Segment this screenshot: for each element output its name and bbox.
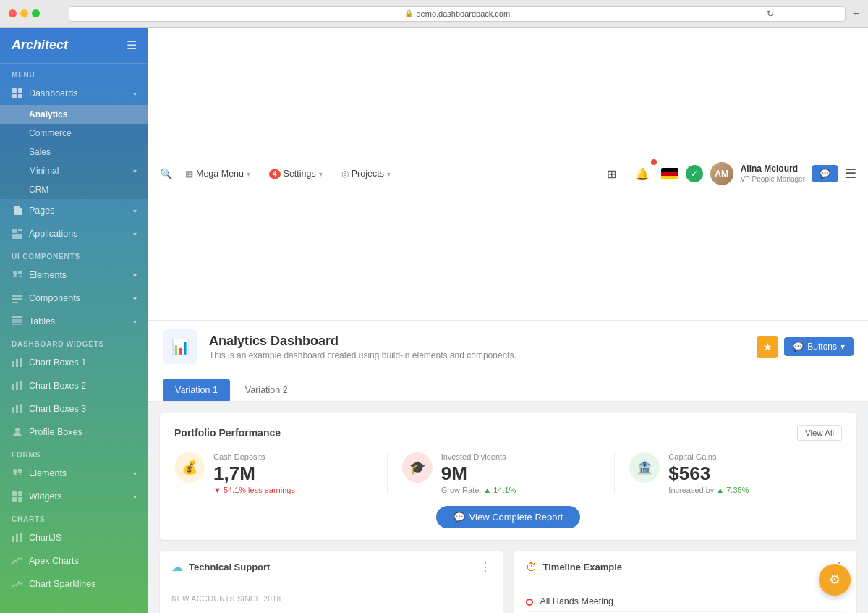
sidebar-item-sales[interactable]: Sales (0, 143, 148, 161)
two-col-widgets: ☁ Technical Support ⋮ NEW ACCOUNTS SINCE… (160, 551, 856, 613)
cash-deposits-label: Cash Deposits (213, 452, 295, 461)
tech-support-body: NEW ACCOUNTS SINCE 2018 ▲ 78 % +14 ‹ (160, 583, 503, 613)
topbar-left: 🔍 ▦ Mega Menu ▾ 4 Settings ▾ ◎ Projects … (160, 166, 592, 182)
topbar-right: ⊞ 🔔 ✓ AM Alina Mclourd VP People Manager (600, 162, 856, 185)
svg-rect-8 (18, 271, 22, 274)
dashboards-label: Dashboards (29, 88, 77, 98)
sidebar-item-minimal[interactable]: Minimal ▾ (0, 161, 148, 180)
mega-menu-label: Mega Menu (196, 169, 244, 179)
pages-label: Pages (29, 206, 54, 216)
widgets-label: Widgets (29, 491, 61, 502)
view-all-button[interactable]: View All (797, 425, 842, 441)
sidebar-hamburger-icon[interactable]: ☰ (127, 38, 137, 52)
sidebar-item-elements[interactable]: Elements ▾ (0, 263, 148, 287)
cash-deposits-info: Cash Deposits 1,7M ▼ 54.1% less earnings (213, 452, 295, 494)
svg-rect-32 (12, 536, 14, 542)
invested-change: Grow Rate: ▲ 14.1% (441, 486, 516, 494)
star-button[interactable]: ★ (757, 336, 778, 358)
top-content: 📊 Analytics Dashboard This is an example… (148, 321, 868, 613)
charts-label: CHARTS (0, 508, 148, 526)
grid-icon-btn[interactable]: ⊞ (600, 162, 624, 185)
sidebar-item-chart-sparklines[interactable]: Chart Sparklines (0, 572, 148, 596)
page-title: Analytics Dashboard (209, 334, 516, 349)
flag-germany[interactable] (661, 168, 678, 179)
svg-rect-6 (12, 234, 22, 239)
sidebar-item-chart-boxes-3[interactable]: Chart Boxes 3 (0, 397, 148, 420)
sidebar-item-chartjs[interactable]: ChartJS (0, 526, 148, 549)
sidebar-item-crm[interactable]: CRM (0, 180, 148, 199)
components-label: Components (29, 293, 80, 303)
floating-gear-button[interactable]: ⚙ (819, 564, 851, 596)
buttons-chevron: ▾ (841, 342, 845, 352)
svg-rect-3 (18, 94, 22, 98)
chart-boxes-2-label: Chart Boxes 2 (29, 381, 86, 391)
sidebar-item-components[interactable]: Components ▾ (0, 287, 148, 310)
down-arrow-icon: ▼ (213, 486, 221, 494)
view-report-button[interactable]: 💬 View Complete Report (436, 506, 581, 528)
widgets-icon (12, 491, 23, 502)
minimize-dot[interactable] (20, 9, 28, 17)
chat-button[interactable]: 💬 (812, 165, 838, 182)
report-icon: 💬 (454, 512, 465, 523)
bell-icon-btn[interactable]: 🔔 (631, 162, 654, 185)
close-dot[interactable] (9, 9, 17, 17)
invested-label: Invested Dividents (441, 452, 516, 461)
tech-support-title: Technical Support (189, 562, 270, 572)
page-header-right: ★ 💬 Buttons ▾ (757, 336, 854, 358)
sidebar-item-analytics[interactable]: Analytics (0, 105, 148, 124)
sidebar-item-pages[interactable]: Pages ▾ (0, 199, 148, 222)
widgets-chevron: ▾ (133, 493, 137, 501)
support-stat-row: ▲ 78 % +14 (171, 609, 491, 613)
search-icon[interactable]: 🔍 (160, 168, 172, 179)
sidebar-item-dashboards[interactable]: Dashboards ▾ (0, 82, 148, 105)
chart-sparklines-label: Chart Sparklines (29, 579, 95, 589)
refresh-icon[interactable]: ↻ (767, 9, 774, 19)
new-tab-icon[interactable]: + (853, 7, 859, 20)
chart-sparklines-icon (12, 578, 23, 590)
sidebar-item-forms-elements[interactable]: Elements ▾ (0, 462, 148, 485)
projects-label: Projects (352, 169, 384, 179)
capital-info: Capital Gains $563 Increased by ▲ 7.35% (668, 452, 749, 494)
svg-rect-4 (12, 229, 17, 233)
chart-boxes-1-icon (12, 357, 23, 368)
svg-rect-19 (12, 384, 14, 390)
projects-nav[interactable]: ◎ Projects ▾ (336, 166, 396, 182)
maximize-dot[interactable] (32, 9, 40, 17)
svg-rect-11 (12, 302, 18, 303)
apex-charts-label: Apex Charts (29, 556, 79, 566)
tab-variation-2[interactable]: Variation 2 (233, 379, 300, 401)
dashboard-icon (12, 88, 23, 99)
topbar-hamburger-icon[interactable]: ☰ (845, 166, 856, 182)
sidebar-item-chart-boxes-1[interactable]: Chart Boxes 1 (0, 351, 148, 374)
sidebar-item-applications[interactable]: Applications ▾ (0, 222, 148, 245)
tab-variation-1[interactable]: Variation 1 (163, 379, 230, 401)
sidebar-item-chart-boxes-2[interactable]: Chart Boxes 2 (0, 374, 148, 397)
main-content: 📊 Analytics Dashboard This is an example… (148, 321, 868, 613)
forms-elements-chevron: ▾ (133, 470, 137, 478)
mega-menu-nav[interactable]: ▦ Mega Menu ▾ (179, 166, 256, 182)
profile-boxes-label: Profile Boxes (29, 427, 82, 437)
settings-nav[interactable]: 4 Settings ▾ (263, 166, 328, 182)
chat-icon: 💬 (820, 169, 830, 179)
elements-icon (12, 269, 23, 281)
cash-deposits-change: ▼ 54.1% less earnings (213, 486, 295, 494)
tech-support-menu-icon[interactable]: ⋮ (480, 560, 491, 574)
chart-boxes-2-icon (12, 380, 23, 392)
buttons-button[interactable]: 💬 Buttons ▾ (784, 337, 854, 356)
sidebar-item-commerce[interactable]: Commerce (0, 124, 148, 143)
profile-boxes-icon (12, 426, 23, 438)
user-avatar[interactable]: AM (710, 162, 733, 185)
sidebar-item-apex-charts[interactable]: Apex Charts (0, 549, 148, 572)
sidebar-item-profile-boxes[interactable]: Profile Boxes (0, 420, 148, 444)
timeline-header: ⏱ Timeline Example ⋮ (514, 551, 857, 583)
svg-rect-9 (12, 295, 22, 297)
address-bar[interactable]: 🔒 demo.dashboardpack.com ↻ (69, 6, 846, 22)
sidebar-item-widgets[interactable]: Widgets ▾ (0, 485, 148, 508)
up-arrow-icon: ▲ (483, 486, 491, 494)
user-info: Alina Mclourd VP People Manager (741, 164, 805, 185)
top-layout: 🔍 ▦ Mega Menu ▾ 4 Settings ▾ ◎ Projects … (148, 28, 868, 613)
sidebar-item-tables[interactable]: Tables ▾ (0, 310, 148, 333)
stat-cash-deposits: 💰 Cash Deposits 1,7M ▼ 54.1% less earnin… (174, 452, 388, 494)
user-role: VP People Manager (741, 174, 805, 184)
forms-elements-icon (12, 468, 23, 479)
